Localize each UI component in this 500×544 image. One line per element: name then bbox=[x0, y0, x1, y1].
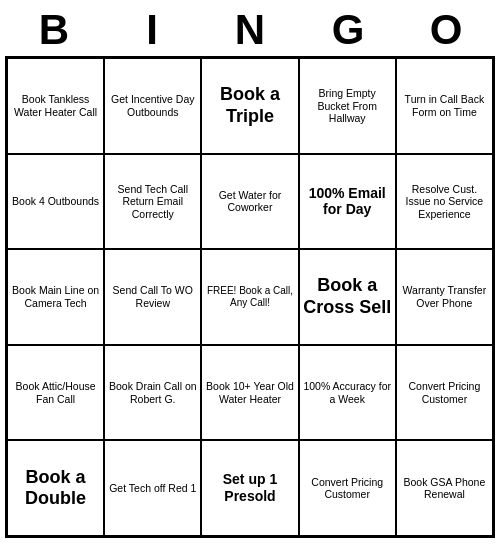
bingo-header: B I N G O bbox=[5, 0, 495, 56]
bingo-cell-7[interactable]: Get Water for Coworker bbox=[201, 154, 298, 250]
bingo-cell-2[interactable]: Book a Triple bbox=[201, 58, 298, 154]
bingo-cell-10[interactable]: Book Main Line on Camera Tech bbox=[7, 249, 104, 345]
bingo-cell-9[interactable]: Resolve Cust. Issue no Service Experienc… bbox=[396, 154, 493, 250]
letter-b: B bbox=[9, 6, 99, 54]
bingo-cell-4[interactable]: Turn in Call Back Form on Time bbox=[396, 58, 493, 154]
bingo-cell-11[interactable]: Send Call To WO Review bbox=[104, 249, 201, 345]
bingo-cell-21[interactable]: Get Tech off Red 1 bbox=[104, 440, 201, 536]
bingo-cell-16[interactable]: Book Drain Call on Robert G. bbox=[104, 345, 201, 441]
bingo-cell-20[interactable]: Book a Double bbox=[7, 440, 104, 536]
bingo-cell-8[interactable]: 100% Email for Day bbox=[299, 154, 396, 250]
bingo-cell-18[interactable]: 100% Accuracy for a Week bbox=[299, 345, 396, 441]
letter-o: O bbox=[401, 6, 491, 54]
bingo-grid: Book Tankless Water Heater CallGet Incen… bbox=[5, 56, 495, 538]
bingo-cell-19[interactable]: Convert Pricing Customer bbox=[396, 345, 493, 441]
bingo-cell-6[interactable]: Send Tech Call Return Email Correctly bbox=[104, 154, 201, 250]
letter-n: N bbox=[205, 6, 295, 54]
letter-g: G bbox=[303, 6, 393, 54]
bingo-cell-12[interactable]: FREE! Book a Call, Any Call! bbox=[201, 249, 298, 345]
bingo-cell-3[interactable]: Bring Empty Bucket From Hallway bbox=[299, 58, 396, 154]
bingo-cell-1[interactable]: Get Incentive Day Outbounds bbox=[104, 58, 201, 154]
bingo-cell-5[interactable]: Book 4 Outbounds bbox=[7, 154, 104, 250]
bingo-cell-24[interactable]: Book GSA Phone Renewal bbox=[396, 440, 493, 536]
bingo-cell-0[interactable]: Book Tankless Water Heater Call bbox=[7, 58, 104, 154]
bingo-cell-15[interactable]: Book Attic/House Fan Call bbox=[7, 345, 104, 441]
bingo-cell-14[interactable]: Warranty Transfer Over Phone bbox=[396, 249, 493, 345]
bingo-cell-22[interactable]: Set up 1 Presold bbox=[201, 440, 298, 536]
bingo-cell-13[interactable]: Book a Cross Sell bbox=[299, 249, 396, 345]
bingo-cell-17[interactable]: Book 10+ Year Old Water Heater bbox=[201, 345, 298, 441]
letter-i: I bbox=[107, 6, 197, 54]
bingo-cell-23[interactable]: Convert Pricing Customer bbox=[299, 440, 396, 536]
